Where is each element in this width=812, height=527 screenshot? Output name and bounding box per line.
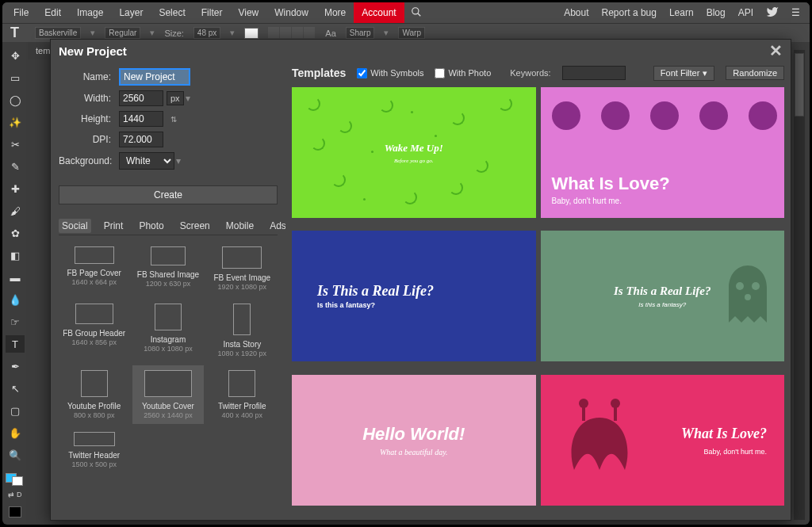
with-symbols-checkbox[interactable]: With Symbols — [357, 68, 423, 78]
preset-size: 1640 x 856 px — [71, 338, 117, 346]
name-input[interactable] — [119, 68, 190, 86]
keywords-input[interactable] — [562, 66, 626, 80]
hand-tool-icon[interactable]: ✋ — [6, 424, 25, 441]
template-card[interactable]: Wake Me Up! Before you go go. — [292, 87, 536, 218]
menu-edit[interactable]: Edit — [36, 2, 69, 23]
preset-item[interactable]: FB Page Cover 1640 x 664 px — [59, 242, 129, 296]
width-input[interactable] — [119, 90, 163, 106]
preset-tab-photo[interactable]: Photo — [136, 219, 167, 233]
height-input[interactable] — [119, 111, 163, 127]
menu-filter[interactable]: Filter — [193, 2, 231, 23]
menu-view[interactable]: View — [230, 2, 266, 23]
eyedropper-tool-icon[interactable]: ✎ — [6, 158, 25, 175]
create-button[interactable]: Create — [59, 185, 278, 204]
menu-report-bug[interactable]: Report a bug — [596, 7, 663, 18]
preset-tab-print[interactable]: Print — [101, 219, 127, 233]
templates-title: Templates — [292, 67, 346, 79]
menu-image[interactable]: Image — [69, 2, 111, 23]
move-tool-icon[interactable]: ✥ — [6, 47, 25, 64]
template-card[interactable]: Is This a Real Life? Is this a fantasy? — [541, 231, 785, 361]
preset-item[interactable]: Youtube Cover 2560 x 1440 px — [132, 365, 203, 424]
template-card[interactable]: Is This a Real Life? Is this a fantasy? — [292, 231, 536, 361]
dpi-input[interactable] — [119, 132, 163, 147]
menu-file[interactable]: File — [6, 2, 36, 23]
preset-name: FB Shared Image — [137, 270, 199, 279]
menu-layer[interactable]: Layer — [111, 2, 151, 23]
marquee-tool-icon[interactable]: ▭ — [6, 69, 25, 86]
swap-colors-label[interactable]: ⇄ D — [6, 491, 25, 498]
font-family-field[interactable]: Baskerville — [35, 27, 81, 39]
with-photo-checkbox[interactable]: With Photo — [435, 68, 491, 78]
preset-size: 1500 x 500 px — [71, 460, 117, 468]
preset-tab-mobile[interactable]: Mobile — [223, 219, 257, 233]
magic-wand-tool-icon[interactable]: ✨ — [6, 113, 25, 131]
font-filter-button[interactable]: Font Filter ▾ — [653, 66, 715, 81]
lasso-tool-icon[interactable]: ◯ — [6, 91, 25, 109]
preset-tab-screen[interactable]: Screen — [177, 219, 213, 233]
preset-name: Insta Story — [223, 340, 261, 349]
color-swatch[interactable] — [6, 473, 25, 484]
clone-tool-icon[interactable]: ✿ — [6, 224, 25, 242]
hamburger-icon[interactable]: ☰ — [785, 7, 806, 18]
eraser-tool-icon[interactable]: ◧ — [6, 246, 25, 264]
width-label: Width: — [59, 93, 119, 104]
path-tool-icon[interactable]: ↖ — [6, 380, 25, 397]
zoom-tool-icon[interactable]: 🔍 — [6, 446, 25, 464]
preset-name: FB Page Cover — [67, 269, 121, 277]
preset-item[interactable]: Twitter Profile 400 x 400 px — [207, 365, 278, 424]
menu-window[interactable]: Window — [266, 2, 316, 23]
menu-about[interactable]: About — [557, 7, 595, 18]
preset-item[interactable]: FB Event Image 1920 x 1080 px — [207, 242, 278, 296]
preset-name: Youtube Cover — [142, 402, 194, 411]
font-size-field[interactable]: 48 px — [193, 27, 220, 39]
dodge-tool-icon[interactable]: ☞ — [6, 313, 25, 330]
background-select[interactable]: White — [119, 152, 174, 170]
template-card[interactable]: What Is Love? Baby, don't hurt me. — [541, 87, 785, 218]
background-label: Background: — [59, 155, 119, 166]
blur-tool-icon[interactable]: 💧 — [6, 291, 25, 308]
gradient-tool-icon[interactable]: ▬ — [6, 269, 25, 286]
width-unit[interactable]: px — [167, 91, 184, 105]
menu-api[interactable]: API — [732, 7, 760, 18]
text-color-swatch[interactable] — [244, 28, 259, 39]
preset-item[interactable]: Youtube Profile 800 x 800 px — [59, 365, 129, 424]
brush-tool-icon[interactable]: 🖌 — [6, 202, 25, 220]
preset-tab-ads[interactable]: Ads — [266, 219, 285, 233]
preset-tab-social[interactable]: Social — [59, 219, 91, 233]
preset-size: 1080 x 1080 px — [144, 345, 193, 353]
menu-blog[interactable]: Blog — [700, 7, 732, 18]
menu-learn[interactable]: Learn — [663, 7, 700, 18]
search-icon[interactable] — [404, 6, 428, 20]
type-tool-icon[interactable]: T — [6, 335, 25, 353]
template-card[interactable]: What Is Love? Baby, don't hurt me. — [541, 375, 785, 506]
randomize-button[interactable]: Randomize — [726, 66, 784, 80]
shape-tool-icon[interactable]: ▢ — [6, 402, 25, 419]
crop-tool-icon[interactable]: ✂ — [6, 136, 25, 153]
font-weight-field[interactable]: Regular — [105, 27, 140, 39]
preset-item[interactable]: FB Shared Image 1200 x 630 px — [132, 242, 203, 296]
preset-size: 1640 x 664 px — [71, 278, 117, 286]
warp-button[interactable]: Warp — [398, 27, 425, 39]
preset-item[interactable]: Insta Story 1080 x 1920 px — [207, 299, 278, 362]
svg-point-4 — [745, 294, 751, 300]
pen-tool-icon[interactable]: ✒ — [6, 357, 25, 375]
template-title: Is This a Real Life? — [317, 283, 434, 300]
ghost-icon — [726, 262, 770, 326]
close-icon[interactable]: ✕ — [769, 41, 783, 60]
preset-size: 1080 x 1920 px — [218, 349, 267, 357]
default-colors-icon[interactable] — [9, 506, 21, 517]
panels-scrollbar[interactable] — [794, 50, 805, 520]
text-align-group[interactable] — [268, 27, 316, 40]
template-subtitle: Baby, don't hurt me. — [552, 197, 622, 205]
template-card[interactable]: Hello World! What a beautiful day. — [292, 375, 536, 506]
preset-item[interactable]: FB Group Header 1640 x 856 px — [59, 299, 129, 362]
preset-item[interactable]: Instagram 1080 x 1080 px — [132, 299, 203, 362]
aliasing-field[interactable]: Sharp — [346, 27, 375, 39]
twitter-icon[interactable] — [760, 6, 785, 21]
menu-more[interactable]: More — [316, 2, 354, 23]
preset-item[interactable]: Twitter Header 1500 x 500 px — [59, 427, 129, 473]
heal-tool-icon[interactable]: ✚ — [6, 180, 25, 197]
menu-select[interactable]: Select — [151, 2, 193, 23]
menu-account[interactable]: Account — [354, 2, 404, 23]
orientation-icon[interactable]: ⇅ — [168, 113, 179, 124]
